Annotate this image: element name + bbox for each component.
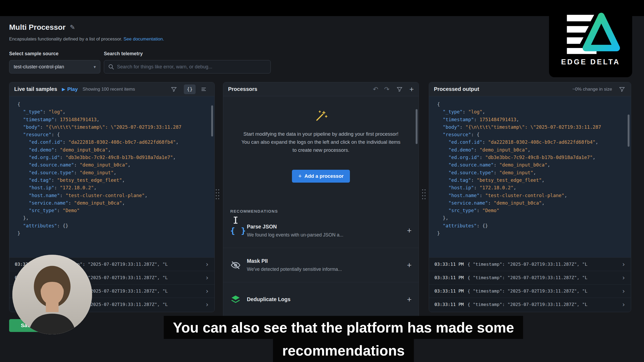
video-caption: You can also see that the platform has m… xyxy=(164,316,523,362)
chevron-right-icon[interactable]: › xyxy=(205,287,209,295)
redo-icon[interactable]: ↷ xyxy=(384,86,390,93)
plus-icon: + xyxy=(298,173,302,180)
mask-pii-icon xyxy=(230,260,247,271)
edit-title-icon[interactable]: ✎ xyxy=(70,24,75,31)
app-root: EDGE DELTA Multi Processor ✎ Encapsulate… xyxy=(0,0,644,362)
deduplicate-logs-icon xyxy=(230,294,247,305)
chevron-right-icon[interactable]: › xyxy=(622,274,625,282)
panel-resize-handle[interactable] xyxy=(215,184,219,204)
json-view-toggle[interactable]: {} xyxy=(184,84,196,94)
see-documentation-link[interactable]: See documentation. xyxy=(123,36,164,42)
chevron-right-icon[interactable]: › xyxy=(622,261,625,268)
processed-output-code[interactable]: { "_type": "log", "timestamp": 175148479… xyxy=(429,96,631,257)
processors-empty-state: Start modifying the data in your pipelin… xyxy=(223,96,419,183)
add-processor-button[interactable]: + Add a processor xyxy=(292,170,350,183)
live-tail-scrollbar[interactable] xyxy=(211,105,213,136)
live-tail-code[interactable]: { "_type": "log", "timestamp": 175148479… xyxy=(9,96,214,257)
magic-wand-icon xyxy=(314,109,328,123)
undo-icon[interactable]: ↶ xyxy=(373,86,378,93)
recommendation-mask-pii[interactable]: Mask PII We've detected potentially sens… xyxy=(223,248,419,282)
processors-title: Processors xyxy=(228,86,257,92)
play-button[interactable]: ▶ Play xyxy=(62,86,78,92)
processors-header: Processors ↶ ↷ + xyxy=(223,82,419,96)
panel-resize-handle[interactable] xyxy=(422,184,426,204)
chevron-right-icon[interactable]: › xyxy=(205,301,209,308)
chevron-right-icon[interactable]: › xyxy=(205,261,209,268)
list-view-toggle[interactable] xyxy=(198,84,210,94)
add-processor-icon[interactable]: + xyxy=(409,86,414,93)
webcam-overlay xyxy=(12,255,92,334)
processed-output-panel: Processed output ~0% change in size { "_… xyxy=(429,82,631,312)
search-icon xyxy=(108,64,114,70)
add-recommendation-icon[interactable]: + xyxy=(407,261,412,269)
search-telemetry-box xyxy=(104,60,271,73)
add-recommendation-icon[interactable]: + xyxy=(407,295,412,304)
log-row[interactable]: 03:33:11 PM { "timestamp": "2025-07-02T1… xyxy=(429,271,631,284)
mouse-cursor xyxy=(235,217,236,224)
showing-items-label: Showing 100 recent items xyxy=(83,87,135,92)
page-description: Encapsulates functionality defined by a … xyxy=(9,36,164,42)
filter-icon[interactable] xyxy=(618,85,626,93)
recommendation-parse-json[interactable]: { } Parse JSON We found log events with … xyxy=(223,213,419,248)
add-recommendation-icon[interactable]: + xyxy=(407,227,412,235)
chevron-right-icon[interactable]: › xyxy=(205,274,209,282)
processed-output-header: Processed output ~0% change in size xyxy=(429,82,631,96)
caption-line-1: You can also see that the platform has m… xyxy=(164,316,523,339)
recommendations-label: RECOMMENDATIONS xyxy=(230,209,419,213)
filter-icon[interactable] xyxy=(396,85,404,93)
chevron-down-icon: ▾ xyxy=(94,64,96,69)
edge-delta-logo: EDGE DELTA xyxy=(549,0,632,77)
processors-panel: Processors ↶ ↷ + Start modifying the dat… xyxy=(223,82,419,320)
sample-source-label: Select sample source xyxy=(9,51,58,57)
sample-source-value: test-cluster-control-plan xyxy=(14,64,92,70)
filter-icon[interactable] xyxy=(170,85,178,93)
chevron-right-icon[interactable]: › xyxy=(622,287,625,295)
list-view-icon xyxy=(200,86,207,93)
view-toggle: {} xyxy=(184,84,210,94)
recommendation-deduplicate-logs[interactable]: Deduplicate Logs + xyxy=(223,282,419,316)
presenter-avatar xyxy=(12,255,92,334)
page-title: Multi Processor xyxy=(9,23,65,32)
live-tail-title: Live tail samples xyxy=(14,86,57,92)
top-bar xyxy=(0,0,644,16)
processed-output-scrollbar[interactable] xyxy=(628,114,630,147)
search-telemetry-input[interactable] xyxy=(117,64,267,70)
processors-scrollbar[interactable] xyxy=(416,109,418,144)
log-row[interactable]: 03:33:11 PM { "timestamp": "2025-07-02T1… xyxy=(429,298,631,311)
parse-json-icon: { } xyxy=(230,226,247,235)
processed-output-rows: 03:33:11 PM { "timestamp": "2025-07-02T1… xyxy=(429,257,631,312)
live-tail-header: Live tail samples ▶ Play Showing 100 rec… xyxy=(9,82,214,96)
log-row[interactable]: 03:33:11 PM { "timestamp": "2025-07-02T1… xyxy=(429,257,631,271)
search-telemetry-label: Search telemetry xyxy=(104,51,143,57)
caption-line-2: recommendations xyxy=(273,339,414,362)
log-row[interactable]: 03:33:11 PM { "timestamp": "2025-07-02T1… xyxy=(429,284,631,298)
processed-output-title: Processed output xyxy=(434,86,479,92)
play-icon: ▶ xyxy=(62,87,65,92)
sample-source-dropdown[interactable]: test-cluster-control-plan ▾ xyxy=(9,60,100,73)
chevron-right-icon[interactable]: › xyxy=(622,301,625,308)
edge-delta-logo-text: EDGE DELTA xyxy=(561,58,620,66)
change-in-size-label: ~0% change in size xyxy=(572,87,612,92)
edge-delta-logo-mark xyxy=(561,11,621,56)
processors-empty-text: Start modifying the data in your pipelin… xyxy=(240,130,402,154)
